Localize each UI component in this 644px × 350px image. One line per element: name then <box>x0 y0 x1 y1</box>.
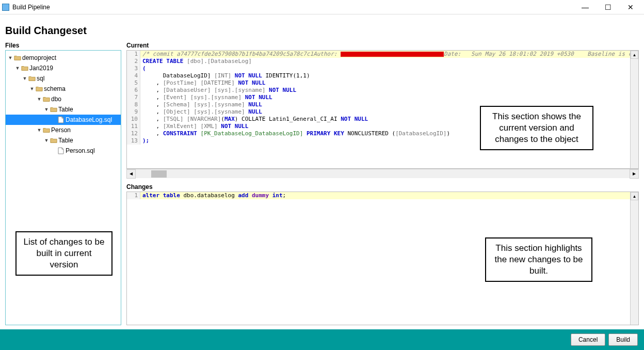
folder-icon <box>27 75 37 82</box>
folder-icon <box>35 86 44 92</box>
tree-label: Table <box>58 137 73 144</box>
chevron-down-icon[interactable]: ▼ <box>44 138 49 143</box>
tree-label: schema <box>44 85 66 92</box>
chevron-down-icon[interactable]: ▼ <box>44 107 49 112</box>
tree-folder[interactable]: ▼schema <box>6 84 121 94</box>
redacted-bar <box>341 52 444 57</box>
annotation-changes: This section highlights the new changes … <box>485 237 592 282</box>
changes-body[interactable]: alter table dbo.databaselog add dummy in… <box>140 192 638 199</box>
current-gutter: 12345678910111213 <box>127 51 140 145</box>
tree-file[interactable]: DatabaseLog.sql <box>6 115 121 125</box>
cancel-button[interactable]: Cancel <box>571 333 605 346</box>
app-icon <box>2 4 9 11</box>
scroll-right-icon[interactable]: ▶ <box>630 169 639 179</box>
files-label: Files <box>5 42 121 49</box>
code-line[interactable]: alter table dbo.databaselog add dummy in… <box>140 192 638 199</box>
current-scroll-v[interactable]: ▲ <box>630 51 638 168</box>
code-line[interactable]: CREATE TABLE [dbo].[DatabaseLog] <box>140 58 638 65</box>
footer-bar: Cancel Build <box>0 329 644 350</box>
current-label: Current <box>126 42 639 49</box>
main-area: Files ▼demoproject▼Jan2019▼sql▼schema▼db… <box>0 42 644 329</box>
tree-label: dbo <box>51 96 61 103</box>
tree-label: demoproject <box>22 54 56 61</box>
tree-folder[interactable]: ▼Person <box>6 125 121 135</box>
chevron-down-icon[interactable]: ▼ <box>37 97 42 102</box>
annotation-current: This section shows the current version a… <box>480 106 593 150</box>
tree-folder[interactable]: ▼Table <box>6 135 121 146</box>
minimize-button[interactable]: — <box>574 0 597 14</box>
tree-label: Jan2019 <box>29 65 53 72</box>
folder-icon <box>20 65 29 71</box>
folder-icon <box>49 137 58 144</box>
file-icon <box>56 147 66 154</box>
window-titlebar: Build Pipeline — ☐ ✕ <box>0 0 644 14</box>
folder-icon <box>42 96 51 102</box>
code-line[interactable]: DatabaseLogID] [INT] NOT NULL IDENTITY(1… <box>140 72 638 79</box>
chevron-down-icon[interactable]: ▼ <box>29 86 35 91</box>
close-button[interactable]: ✕ <box>619 0 642 14</box>
tree-label: sql <box>37 75 44 82</box>
page-heading: Build Changeset <box>0 14 644 42</box>
tree-label: Person.sql <box>66 147 95 154</box>
folder-icon <box>13 55 22 61</box>
changes-gutter: 1 <box>127 192 140 199</box>
folder-icon <box>42 127 51 133</box>
changes-scroll-v[interactable]: ▲ <box>630 192 638 325</box>
build-button[interactable]: Build <box>608 333 638 346</box>
code-line[interactable]: , [PostTime] [DATETIME] NOT NULL <box>140 79 638 87</box>
scroll-left-icon[interactable]: ◀ <box>126 169 136 179</box>
chevron-down-icon[interactable]: ▼ <box>15 66 20 71</box>
code-line[interactable]: , [DatabaseUser] [sys].[sysname] NOT NUL… <box>140 87 638 94</box>
file-icon <box>56 116 66 123</box>
chevron-down-icon[interactable]: ▼ <box>22 76 27 81</box>
tree-folder[interactable]: ▼sql <box>6 73 121 84</box>
current-scroll-h[interactable]: ◀ ▶ <box>126 169 639 178</box>
chevron-down-icon[interactable]: ▼ <box>8 55 13 60</box>
tree-folder[interactable]: ▼demoproject <box>6 53 121 63</box>
tree-file[interactable]: Person.sql <box>6 146 121 156</box>
code-line[interactable]: ( <box>140 65 638 72</box>
scroll-thumb[interactable] <box>151 170 167 178</box>
window-title: Build Pipeline <box>12 4 574 11</box>
files-tree[interactable]: ▼demoproject▼Jan2019▼sql▼schema▼dbo▼Tabl… <box>5 50 121 325</box>
code-line[interactable]: , [Event] [sys].[sysname] NOT NULL <box>140 94 638 101</box>
annotation-left: List of changes to be built in current v… <box>15 231 112 276</box>
tree-label: DatabaseLog.sql <box>66 116 112 123</box>
folder-icon <box>49 106 58 113</box>
scroll-up-icon[interactable]: ▲ <box>631 51 638 59</box>
scroll-up-icon[interactable]: ▲ <box>631 192 638 200</box>
tree-folder[interactable]: ▼Table <box>6 104 121 115</box>
maximize-button[interactable]: ☐ <box>597 0 619 14</box>
tree-folder[interactable]: ▼Jan2019 <box>6 63 121 73</box>
changes-label: Changes <box>126 183 639 190</box>
tree-label: Person <box>51 126 71 134</box>
code-line[interactable]: /* commit a74777cfde2e57908b7b1fb4ba7420… <box>140 51 638 58</box>
code-area: Current 12345678910111213 /* commit a747… <box>126 42 639 325</box>
tree-label: Table <box>58 106 73 113</box>
files-panel: Files ▼demoproject▼Jan2019▼sql▼schema▼db… <box>5 42 121 325</box>
tree-folder[interactable]: ▼dbo <box>6 94 121 104</box>
chevron-down-icon[interactable]: ▼ <box>37 128 42 133</box>
